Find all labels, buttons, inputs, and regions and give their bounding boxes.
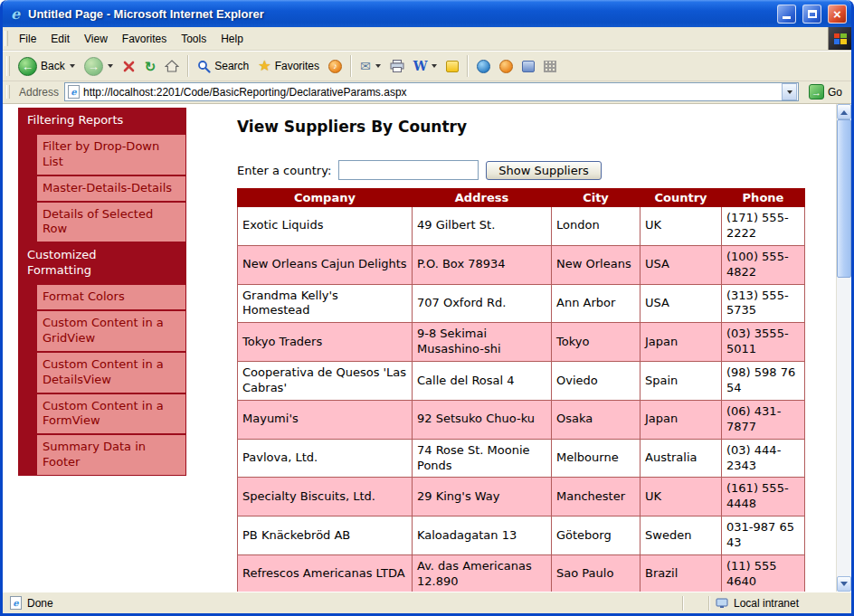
title-bar[interactable]: e Untitled Page - Microsoft Internet Exp… (3, 0, 851, 27)
grid-button[interactable] (539, 58, 561, 75)
back-dropdown-icon[interactable] (70, 64, 75, 68)
toolbar-grip[interactable] (5, 31, 8, 47)
research-button[interactable] (517, 58, 539, 75)
sidebar-item[interactable]: Custom Content in a FormView (36, 393, 186, 435)
favorites-button[interactable]: ★ Favorites (253, 56, 324, 76)
go-label: Go (828, 86, 842, 99)
table-row: PB Knäckebröd ABKaloadagatan 13GöteborgS… (238, 516, 805, 555)
column-header: Address (413, 189, 552, 207)
forward-dropdown-icon[interactable] (108, 64, 113, 68)
navigation-sidebar: Filtering ReportsFilter by Drop-Down Lis… (18, 108, 186, 476)
go-button[interactable]: → Go (804, 83, 847, 100)
arrow-up-icon (840, 107, 848, 115)
menu-edit[interactable]: Edit (43, 29, 77, 49)
scrollbar-thumb[interactable] (837, 119, 851, 278)
maximize-button[interactable] (802, 5, 821, 24)
edit-button[interactable]: W (409, 56, 442, 76)
table-cell: 031-987 65 43 (722, 516, 805, 555)
menu-file[interactable]: File (12, 29, 43, 49)
table-cell: Tokyo (552, 323, 640, 362)
discuss-icon (446, 61, 459, 72)
address-field[interactable]: e http://localhost:2201/Code/BasicReport… (64, 82, 799, 101)
browser-viewport: Filtering ReportsFilter by Drop-Down Lis… (3, 104, 851, 592)
table-row: Tokyo Traders9-8 Sekimai Musashino-shiTo… (238, 323, 805, 362)
minimize-button[interactable] (777, 5, 796, 24)
favorites-star-icon: ★ (258, 59, 270, 73)
home-icon (165, 60, 179, 72)
table-cell: Australia (640, 439, 722, 478)
globe-icon (477, 60, 490, 73)
sidebar-item[interactable]: Details of Selected Row (36, 202, 186, 243)
table-cell: UK (640, 478, 722, 516)
sidebar-item[interactable]: Master-Details-Details (36, 175, 186, 202)
mail-dropdown-icon[interactable] (375, 64, 381, 68)
forward-icon: → (84, 57, 103, 76)
forward-button[interactable]: → (80, 54, 118, 79)
print-button[interactable] (385, 57, 409, 75)
table-cell: (100) 555-4822 (722, 245, 805, 284)
scroll-up-button[interactable] (837, 104, 851, 119)
table-cell: P.O. Box 78934 (413, 245, 552, 284)
sidebar-item[interactable]: Custom Content in a DetailsView (36, 352, 186, 393)
address-url[interactable]: http://localhost:2201/Code/BasicReportin… (83, 86, 778, 99)
table-cell: (161) 555-4448 (722, 478, 805, 516)
scroll-down-button[interactable] (837, 576, 851, 592)
column-header: City (552, 189, 640, 207)
sidebar-section-header[interactable]: Filtering Reports (18, 108, 186, 134)
country-input[interactable] (338, 160, 479, 180)
sidebar-section-header[interactable]: Customized Formatting (18, 242, 186, 284)
refresh-button[interactable]: ↻ (140, 57, 161, 76)
menu-items: FileEditViewFavoritesToolsHelp (12, 29, 251, 49)
table-cell: Spain (640, 362, 722, 401)
table-cell: Kaloadagatan 13 (413, 516, 552, 555)
status-message-pane: e Done (6, 596, 679, 610)
page-status-icon: e (10, 596, 22, 610)
table-cell: UK (640, 207, 722, 246)
browser-window: e Untitled Page - Microsoft Internet Exp… (0, 0, 854, 616)
sidebar-item[interactable]: Format Colors (36, 284, 186, 310)
discuss-button[interactable] (441, 58, 463, 75)
toolbar-separator (467, 55, 469, 77)
menu-tools[interactable]: Tools (174, 29, 214, 49)
table-row: Exotic Liquids49 Gilbert St.LondonUK(171… (238, 207, 805, 246)
scrollbar-track[interactable] (837, 278, 851, 576)
sidebar-item[interactable]: Summary Data in Footer (36, 434, 186, 476)
menu-help[interactable]: Help (214, 29, 251, 49)
table-cell: (11) 555 4640 (722, 555, 805, 592)
table-cell: Refrescos Americanas LTDA (238, 555, 413, 592)
table-cell: Pavlova, Ltd. (238, 439, 413, 478)
search-button[interactable]: Search (193, 57, 253, 76)
table-cell: New Orleans (552, 245, 640, 284)
toolbar-grip[interactable] (6, 85, 10, 99)
table-cell: 92 Setsuko Chuo-ku (413, 400, 552, 439)
sidebar-item[interactable]: Custom Content in a GridView (36, 310, 186, 352)
table-cell: Sao Paulo (552, 555, 640, 592)
table-header-row: CompanyAddressCityCountryPhone (238, 189, 805, 207)
vertical-scrollbar[interactable] (836, 104, 851, 592)
country-form: Enter a country: Show Suppliers (237, 160, 836, 180)
web-button[interactable] (472, 57, 495, 76)
toolbar-grip[interactable] (6, 56, 10, 76)
menu-favorites[interactable]: Favorites (115, 29, 174, 49)
close-button[interactable]: × (828, 5, 847, 24)
table-cell: Ann Arbor (552, 284, 640, 323)
search-label: Search (214, 60, 249, 72)
table-cell: (06) 431-7877 (722, 400, 805, 439)
favorites-label: Favorites (275, 60, 319, 72)
table-cell: Melbourne (552, 439, 640, 478)
menu-view[interactable]: View (77, 29, 115, 49)
stop-button[interactable] (118, 57, 140, 76)
search-icon (197, 60, 211, 73)
table-cell: Göteborg (552, 516, 640, 555)
back-button[interactable]: ← Back (14, 54, 80, 79)
edit-dropdown-icon[interactable] (432, 64, 437, 68)
sidebar-item[interactable]: Filter by Drop-Down List (36, 134, 186, 175)
research-icon (522, 61, 535, 72)
address-dropdown-button[interactable] (782, 83, 797, 100)
show-suppliers-button[interactable]: Show Suppliers (486, 161, 602, 180)
window-title: Untitled Page - Microsoft Internet Explo… (28, 7, 771, 21)
media-button[interactable]: ♪ (324, 57, 346, 76)
mail-button[interactable]: ✉ (356, 57, 385, 75)
messenger-button[interactable] (495, 57, 517, 76)
home-button[interactable] (160, 57, 184, 75)
